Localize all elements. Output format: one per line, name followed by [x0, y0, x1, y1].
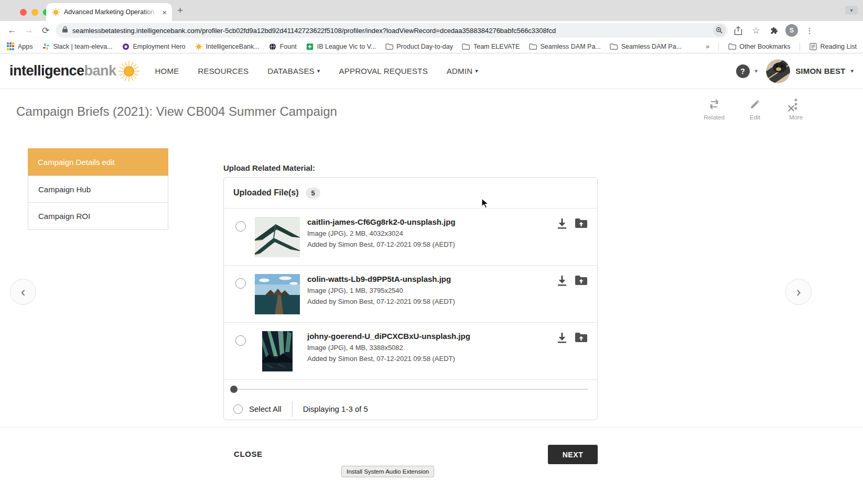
user-avatar[interactable]: [766, 59, 790, 83]
sidebar-item-campaign-hub[interactable]: Campaign Hub: [28, 176, 168, 203]
move-to-folder-icon[interactable]: [575, 332, 588, 343]
file-row: colin-watts-Lb9-d9PP5tA-unsplash.jpg Ima…: [224, 265, 597, 322]
bookmark-team-elevate[interactable]: Team ELEVATE: [462, 42, 520, 51]
download-icon[interactable]: [556, 218, 568, 229]
fount-globe-icon: [268, 42, 277, 51]
browser-profile-avatar[interactable]: S: [784, 23, 799, 38]
forward-icon[interactable]: →: [22, 24, 36, 37]
share-icon[interactable]: [731, 23, 746, 38]
tab-search-caret-icon[interactable]: ▾: [845, 6, 858, 15]
beach-huts-thumbnail-image: [255, 274, 300, 314]
move-to-folder-icon[interactable]: [575, 275, 588, 286]
chevron-down-icon[interactable]: ▾: [755, 68, 758, 74]
other-bookmarks[interactable]: Other Bookmarks: [728, 42, 790, 51]
bookmark-apps[interactable]: Apps: [6, 42, 33, 51]
nav-item-admin[interactable]: ADMIN▾: [447, 67, 478, 75]
file-actions: [556, 332, 588, 343]
file-select-radio[interactable]: [235, 221, 246, 232]
divider: [800, 42, 800, 51]
select-all-radio[interactable]: [233, 404, 243, 414]
scrollbar-track[interactable]: [233, 389, 588, 390]
close-record-icon[interactable]: ×: [787, 102, 795, 116]
bookmark-employment-hero[interactable]: Employment Hero: [122, 42, 186, 51]
app-header: intelligencebank HOME RESOURCES DATABASE…: [0, 53, 863, 89]
employment-hero-icon: [122, 42, 130, 51]
url-text: seamlessbetatesting.intelligencebank.com…: [72, 27, 709, 35]
file-name[interactable]: caitlin-james-Cf6Gg8rk2-0-unsplash.jpg: [307, 217, 556, 226]
chrome-menu-kebab-icon[interactable]: ⋮: [802, 23, 817, 38]
extensions-puzzle-icon[interactable]: [767, 23, 781, 38]
user-name[interactable]: SIMON BEST: [795, 67, 845, 75]
refresh-icon[interactable]: ⟳: [39, 24, 52, 37]
download-icon[interactable]: [556, 332, 568, 343]
select-all-label[interactable]: Select All: [249, 404, 282, 413]
bookmarks-overflow-icon[interactable]: »: [706, 42, 709, 50]
file-list-scrollbar: [224, 379, 597, 398]
nav-item-databases[interactable]: DATABASES▾: [267, 67, 320, 75]
intelligencebank-logo[interactable]: intelligencebank: [9, 61, 139, 82]
uploaded-files-title: Uploaded File(s): [233, 188, 298, 198]
nav-item-resources[interactable]: RESOURCES: [198, 67, 249, 75]
new-tab-button[interactable]: +: [177, 6, 183, 15]
next-record-button[interactable]: ›: [785, 279, 812, 305]
bookmark-ib-league[interactable]: IB League Vic to V...: [306, 42, 376, 51]
record-sidebar: Campaign Details edit Campaign Hub Campa…: [28, 148, 168, 230]
uploaded-files-card: Uploaded File(s) 5 caitlin-james-Cf6Gg8r…: [223, 177, 598, 420]
move-to-folder-icon[interactable]: [575, 218, 588, 229]
edit-button[interactable]: Edit: [742, 98, 768, 120]
folder-icon: [385, 42, 393, 51]
minimize-window-button[interactable]: [31, 9, 38, 16]
chevron-down-icon[interactable]: ▾: [850, 68, 854, 74]
close-window-button[interactable]: [20, 9, 27, 16]
lock-icon: [62, 26, 68, 35]
nav-item-approval-requests[interactable]: APPROVAL REQUESTS: [339, 67, 428, 75]
pagoda-thumbnail-image: [255, 217, 300, 257]
sidebar-item-campaign-details-edit[interactable]: Campaign Details edit: [28, 148, 168, 176]
file-select-radio[interactable]: [235, 278, 246, 289]
browser-tab[interactable]: Advanced Marketing Operation ×: [46, 3, 172, 21]
bookmark-star-icon[interactable]: ☆: [749, 23, 763, 38]
zoom-page-icon[interactable]: [713, 24, 726, 37]
file-row: johny-goerend-U_diPCXCBxU-unsplash.jpg I…: [224, 322, 597, 379]
bookmark-fount[interactable]: Fount: [268, 42, 297, 51]
divider: [0, 89, 863, 89]
bookmark-seamless-dam-1[interactable]: Seamless DAM Pa...: [528, 42, 600, 51]
next-button[interactable]: NEXT: [548, 445, 598, 464]
related-icon: [708, 98, 720, 110]
back-icon[interactable]: ←: [5, 24, 19, 37]
reading-list[interactable]: Reading List: [809, 42, 857, 51]
file-name[interactable]: johny-goerend-U_diPCXCBxU-unsplash.jpg: [307, 332, 556, 341]
divider: [0, 427, 863, 428]
file-meta: Image (JPG), 2 MB, 4032x3024: [307, 229, 556, 237]
folder-icon: [610, 42, 618, 51]
card-footer: Select All Displaying 1-3 of 5: [224, 398, 597, 420]
close-button[interactable]: CLOSE: [234, 450, 263, 458]
file-actions: [556, 218, 588, 229]
green-plus-icon: [306, 42, 314, 51]
previous-record-button[interactable]: ‹: [10, 279, 36, 305]
bookmark-intelligencebank[interactable]: IntelligenceBank...: [195, 42, 260, 51]
bookmark-seamless-dam-2[interactable]: Seamless DAM Pa...: [610, 42, 682, 51]
file-thumbnail[interactable]: [255, 331, 300, 371]
address-bar[interactable]: seamlessbetatesting.intelligencebank.com…: [56, 23, 728, 38]
file-thumbnail[interactable]: [255, 274, 300, 314]
file-thumbnail[interactable]: [255, 217, 300, 257]
bookmark-slack[interactable]: Slack | team-eleva...: [42, 42, 113, 51]
download-icon[interactable]: [556, 275, 568, 286]
scrollbar-thumb[interactable]: [230, 386, 238, 393]
displaying-count: Displaying 1-3 of 5: [303, 404, 368, 413]
bookmarks-bar: Apps Slack | team-eleva... Employment He…: [0, 40, 863, 53]
browser-toolbar: ← → ⟳ seamlessbetatesting.intelligenceba…: [0, 21, 863, 40]
help-icon[interactable]: ?: [736, 64, 750, 78]
file-select-radio[interactable]: [235, 335, 246, 346]
sidebar-item-campaign-roi[interactable]: Campaign ROI: [28, 203, 168, 230]
nav-item-home[interactable]: HOME: [155, 67, 179, 75]
file-name[interactable]: colin-watts-Lb9-d9PP5tA-unsplash.jpg: [307, 275, 556, 283]
tab-close-icon[interactable]: ×: [162, 8, 167, 16]
related-button[interactable]: Related: [702, 98, 727, 120]
folder-icon: [728, 42, 736, 51]
bookmark-product-day-to-day[interactable]: Product Day-to-day: [385, 42, 453, 51]
file-info: johny-goerend-U_diPCXCBxU-unsplash.jpg I…: [307, 331, 556, 363]
file-actions: [556, 275, 588, 286]
pencil-icon: [749, 98, 761, 110]
